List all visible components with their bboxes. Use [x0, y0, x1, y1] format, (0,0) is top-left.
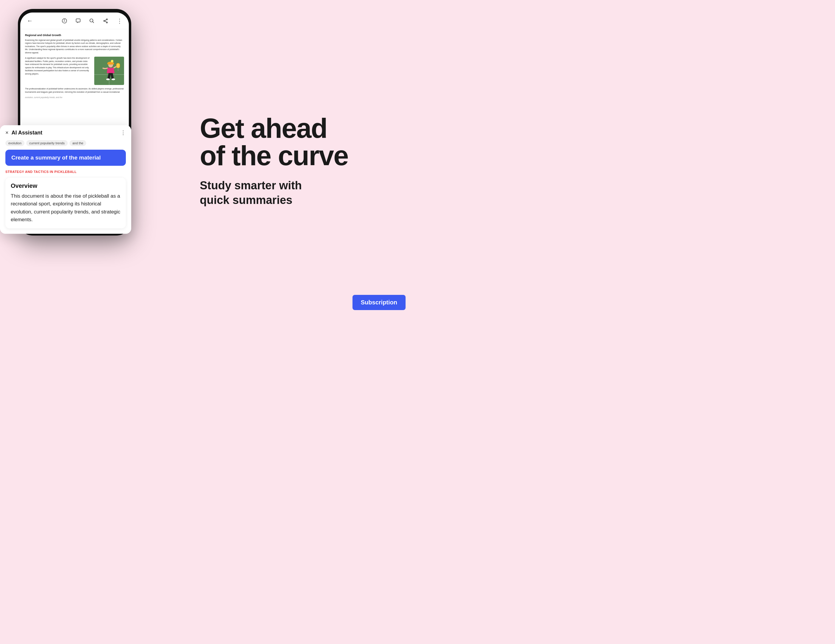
- doc-partial-text: evolution, current popularity trends, an…: [25, 96, 124, 99]
- create-summary-button[interactable]: Create a summary of the material: [5, 150, 126, 166]
- svg-point-16: [112, 78, 115, 80]
- headline: Get aheadof the curve: [200, 115, 394, 169]
- ai-assistant-popup: × AI Assistant ⋮ evolution current popul…: [0, 125, 131, 234]
- svg-point-4: [104, 20, 105, 21]
- svg-point-14: [111, 60, 113, 62]
- right-content: Get aheadof the curve Study smarter with…: [200, 115, 394, 208]
- player-image: [94, 57, 124, 85]
- overview-text: This document is about the rise of pickl…: [11, 192, 120, 224]
- subscription-button[interactable]: Subscription: [353, 295, 406, 310]
- svg-rect-11: [107, 63, 114, 64]
- doc-two-column: A significant catalyst for the sport's g…: [25, 57, 124, 85]
- overview-card: Overview This document is about the rise…: [5, 178, 126, 229]
- doc-paragraph3: The professionalization of pickleball fu…: [25, 88, 124, 94]
- svg-rect-1: [76, 19, 80, 22]
- comment-icon[interactable]: [74, 17, 82, 25]
- svg-point-0: [64, 19, 65, 20]
- tag-trends[interactable]: current popularity trends: [26, 140, 68, 146]
- svg-point-15: [106, 78, 110, 80]
- subheadline: Study smarter withquick summaries: [200, 178, 394, 208]
- search-icon[interactable]: [88, 17, 96, 25]
- share-icon[interactable]: [101, 17, 110, 25]
- ai-close-button[interactable]: ×: [5, 130, 9, 136]
- ai-tags-row: evolution current popularity trends and …: [0, 140, 131, 150]
- doc-section-title: Regional and Global Growth: [25, 33, 124, 37]
- doc-paragraph1: Examining the regional and global growth…: [25, 39, 124, 55]
- highlight-icon[interactable]: [60, 17, 68, 25]
- overview-title: Overview: [11, 182, 120, 189]
- ai-more-button[interactable]: ⋮: [120, 130, 126, 136]
- topbar-icons: ⋮: [60, 17, 123, 25]
- svg-rect-12: [116, 63, 120, 68]
- svg-point-2: [90, 19, 93, 22]
- ai-assistant-header: × AI Assistant ⋮: [0, 125, 131, 140]
- svg-point-3: [106, 18, 108, 19]
- doc-col-left: A significant catalyst for the sport's g…: [25, 57, 92, 85]
- phone-topbar: ←: [20, 13, 129, 29]
- ai-assistant-title: AI Assistant: [11, 130, 42, 136]
- tag-and[interactable]: and the: [70, 140, 86, 146]
- ai-header-left: × AI Assistant: [5, 130, 42, 136]
- red-section-title: STRATEGY AND TACTICS IN PICKLEBALL: [5, 170, 126, 174]
- more-icon[interactable]: ⋮: [115, 17, 123, 25]
- back-icon[interactable]: ←: [26, 17, 34, 25]
- tag-evolution[interactable]: evolution: [5, 140, 24, 146]
- svg-point-5: [106, 22, 108, 23]
